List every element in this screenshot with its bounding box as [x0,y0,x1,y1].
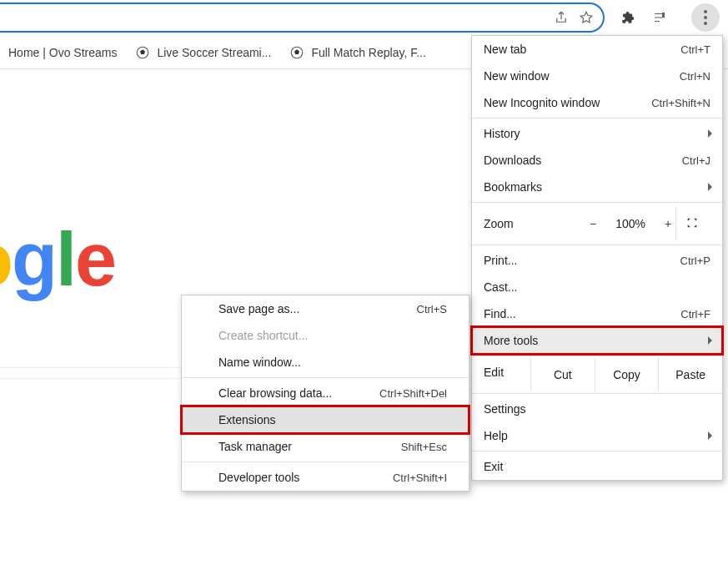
bookmark-item[interactable]: Home | Ovo Streams [8,46,117,59]
menu-separator [472,202,722,203]
menu-item-label: Create shortcut... [218,329,308,342]
menu-item-label: Name window... [218,356,301,369]
menu-item-shortcut: Ctrl+N [680,70,710,83]
chevron-right-icon [708,431,712,440]
menu-separator [472,393,722,394]
menu-item-shortcut: Ctrl+J [682,154,710,167]
menu-item-history[interactable]: History [472,120,722,147]
menu-item-shortcut: Ctrl+Shift+Del [379,387,447,400]
soccer-icon [135,45,150,60]
submenu-extensions[interactable]: Extensions [182,406,469,433]
menu-separator [472,245,722,245]
menu-item-help[interactable]: Help [472,422,722,449]
menu-item-label: Task manager [218,440,292,453]
menu-item-label: Bookmarks [484,180,542,194]
menu-item-zoom: Zoom − 100% + [472,204,722,243]
menu-item-settings[interactable]: Settings [472,396,722,422]
menu-item-shortcut: Ctrl+Shift+I [393,472,447,484]
menu-item-more-tools[interactable]: More tools [472,327,722,354]
menu-item-exit[interactable]: Exit [472,453,722,480]
browser-main-menu: New tab Ctrl+T New window Ctrl+N New Inc… [471,35,723,481]
menu-item-downloads[interactable]: Downloads Ctrl+J [472,147,722,174]
menu-item-label: History [484,127,520,140]
bookmark-label: Home | Ovo Streams [8,46,117,59]
submenu-create-shortcut: Create shortcut... [182,322,469,349]
submenu-clear-browsing-data[interactable]: Clear browsing data... Ctrl+Shift+Del [182,380,469,406]
zoom-out-button[interactable]: − [585,217,600,230]
menu-item-label: Downloads [484,154,541,167]
menu-item-find[interactable]: Find... Ctrl+F [472,300,722,327]
extensions-puzzle-icon[interactable] [620,9,636,26]
menu-item-shortcut: Ctrl+Shift+N [651,97,710,109]
menu-item-label: Exit [484,460,503,473]
menu-item-label: Extensions [218,413,275,426]
bookmark-label: Full Match Replay, F... [311,46,425,59]
menu-item-label: New window [484,69,550,83]
menu-separator [182,377,469,378]
more-tools-submenu: Save page as... Ctrl+S Create shortcut..… [181,295,469,492]
zoom-value: 100% [615,217,645,230]
menu-item-new-tab[interactable]: New tab Ctrl+T [472,36,722,63]
menu-item-shortcut: Ctrl+S [417,303,447,315]
menu-item-label: Print... [484,254,517,267]
submenu-task-manager[interactable]: Task manager Shift+Esc [182,433,469,460]
submenu-name-window[interactable]: Name window... [182,349,469,376]
bookmark-label: Live Soccer Streami... [157,46,271,59]
menu-item-shortcut: Ctrl+F [680,308,710,320]
star-icon[interactable] [578,9,595,26]
edit-paste-button[interactable]: Paste [658,358,722,391]
menu-separator [472,356,722,356]
menu-item-incognito[interactable]: New Incognito window Ctrl+Shift+N [472,89,722,116]
menu-item-label: Help [484,429,508,442]
zoom-label: Zoom [484,217,585,230]
soccer-icon [289,45,304,60]
edit-label: Edit [472,358,530,391]
menu-separator [472,118,722,119]
menu-item-label: Find... [484,307,516,320]
menu-item-label: New Incognito window [484,96,600,109]
menu-item-shortcut: Shift+Esc [401,441,447,453]
share-icon[interactable] [553,9,570,26]
menu-separator [182,462,469,462]
menu-item-cast[interactable]: Cast... [472,274,722,300]
menu-item-label: Settings [484,402,526,416]
menu-item-label: More tools [484,334,538,347]
google-logo: Google [0,217,115,303]
address-bar[interactable] [0,3,605,33]
menu-item-new-window[interactable]: New window Ctrl+N [472,63,722,89]
edit-cut-button[interactable]: Cut [530,358,595,391]
menu-item-edit-row: Edit Cut Copy Paste [472,358,722,391]
chevron-right-icon [708,183,712,191]
menu-item-shortcut: Ctrl+P [680,255,710,267]
submenu-save-page[interactable]: Save page as... Ctrl+S [182,295,469,322]
fullscreen-icon[interactable] [685,216,705,232]
chevron-right-icon [708,129,712,138]
reading-list-icon[interactable] [651,9,668,26]
toolbar-right-icons [605,3,683,33]
toolbar-row [0,0,728,35]
chevron-right-icon [708,336,712,345]
menu-item-bookmarks[interactable]: Bookmarks [472,174,722,200]
menu-item-print[interactable]: Print... Ctrl+P [472,247,722,274]
bookmark-item[interactable]: Full Match Replay, F... [289,45,425,60]
menu-separator [472,451,722,451]
submenu-developer-tools[interactable]: Developer tools Ctrl+Shift+I [182,464,469,491]
menu-item-label: Cast... [484,280,517,294]
menu-item-label: Save page as... [218,302,299,315]
bookmark-item[interactable]: Live Soccer Streami... [135,45,271,60]
menu-item-label: New tab [484,43,526,56]
edit-copy-button[interactable]: Copy [595,358,659,391]
menu-item-label: Developer tools [218,471,299,484]
kebab-menu-icon[interactable] [691,3,720,32]
menu-item-label: Clear browsing data... [218,386,332,400]
zoom-in-button[interactable]: + [660,217,675,230]
menu-item-shortcut: Ctrl+T [680,43,710,56]
